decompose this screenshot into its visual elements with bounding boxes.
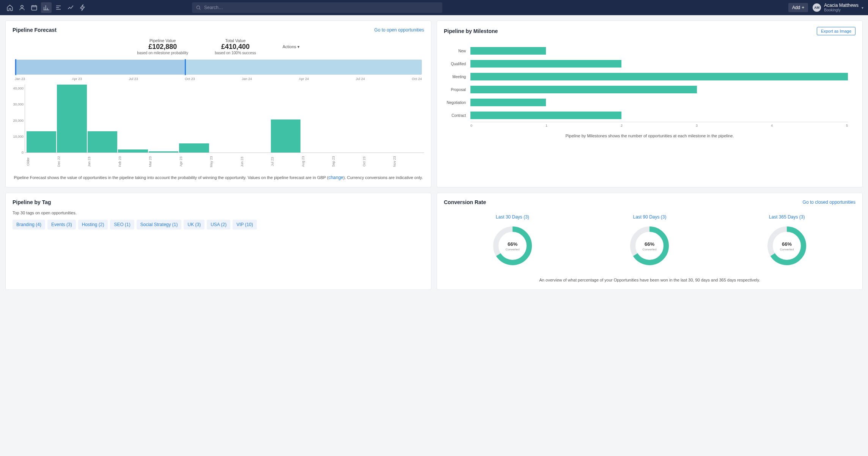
brush-tick: Oct 24: [412, 77, 422, 81]
brush-axis: Jan 23Apr 23Jul 23Oct 23Jan 24Apr 24Jul …: [13, 77, 424, 81]
svg-text:Converted: Converted: [780, 248, 794, 251]
calendar-icon[interactable]: [29, 2, 39, 13]
y-tick: 20,000: [12, 119, 24, 123]
svg-rect-1: [31, 6, 37, 10]
user-name: Acacia Matthews: [824, 3, 859, 8]
total-value: £410,400: [215, 43, 256, 51]
x-tick: Apr 23: [179, 154, 209, 169]
tag-chip[interactable]: UK (3): [184, 220, 204, 230]
actions-dropdown[interactable]: Actions ▾: [283, 44, 300, 49]
x-tick: 5: [846, 124, 848, 127]
milestone-bar[interactable]: [470, 86, 697, 93]
home-icon[interactable]: [5, 2, 15, 13]
conversion-rate-card: Conversion Rate Go to closed opportuniti…: [437, 193, 863, 290]
org-name: Bookingly: [824, 8, 859, 12]
x-tick: Mar 23: [148, 154, 178, 169]
trend-icon[interactable]: [65, 2, 76, 13]
x-tick: 0: [470, 124, 472, 127]
date-range-brush[interactable]: [15, 60, 422, 75]
brush-tick: Apr 24: [299, 77, 309, 81]
tag-chip[interactable]: USA (2): [207, 220, 230, 230]
global-search[interactable]: [192, 2, 442, 13]
milestone-row: Qualified: [470, 57, 848, 70]
tag-chip[interactable]: Events (3): [47, 220, 76, 230]
milestone-row: Proposal: [470, 83, 848, 96]
forecast-bar[interactable]: [27, 131, 56, 153]
add-button-label: Add: [792, 5, 800, 10]
tag-list: Branding (4)Events (3)Hosting (2)SEO (1)…: [13, 220, 424, 230]
bolt-icon[interactable]: [77, 2, 88, 13]
chevron-down-icon: ▾: [297, 44, 300, 49]
pipeline-forecast-card: Pipeline Forecast Go to open opportuniti…: [5, 20, 431, 187]
svg-point-0: [21, 5, 23, 8]
user-menu[interactable]: AM Acacia Matthews Bookingly ▾: [813, 3, 863, 12]
x-tick: Jun 23: [240, 154, 270, 169]
y-tick: 10,000: [12, 135, 24, 138]
conversion-period: Last 365 Days (3) 66% Converted: [766, 214, 808, 268]
milestone-bar[interactable]: [470, 73, 848, 80]
y-tick: 0: [12, 151, 24, 154]
brush-tick: Jan 23: [15, 77, 25, 81]
milestone-description: Pipeline by Milestones shows the number …: [444, 133, 855, 139]
forecast-bar[interactable]: [271, 120, 300, 153]
forecast-bar[interactable]: [88, 131, 117, 153]
x-tick: 1: [546, 124, 547, 127]
tag-chip[interactable]: SEO (1): [110, 220, 134, 230]
chevron-down-icon: ▾: [862, 6, 863, 10]
milestone-bar-chart: NewQualifiedMeetingProposalNegotiationCo…: [444, 41, 855, 122]
forecast-bar[interactable]: [57, 85, 86, 153]
forecast-bar[interactable]: [179, 143, 209, 153]
brush-tick: Oct 23: [185, 77, 195, 81]
change-currency-link[interactable]: change: [329, 175, 343, 180]
donut-chart: 66% Converted: [492, 225, 533, 267]
pipeline-value-sub: based on milestone probability: [137, 51, 188, 55]
forecast-bar[interactable]: [149, 151, 178, 153]
conversion-period-link[interactable]: Last 30 Days (3): [492, 214, 533, 220]
plus-icon: +: [802, 5, 804, 10]
milestone-bar[interactable]: [470, 60, 621, 68]
x-tick: Older: [26, 154, 56, 169]
go-to-closed-opportunities-link[interactable]: Go to closed opportunities: [803, 200, 855, 205]
bar-chart-icon[interactable]: [41, 2, 52, 13]
export-as-image-button[interactable]: Export as Image: [817, 27, 855, 35]
milestone-label: Proposal: [443, 88, 466, 92]
pipeline-value-label: Pipeline Value: [137, 38, 188, 43]
x-tick: 2: [621, 124, 623, 127]
go-to-open-opportunities-link[interactable]: Go to open opportunities: [374, 27, 424, 33]
milestone-label: Qualified: [443, 62, 466, 66]
milestone-row: Meeting: [470, 70, 848, 83]
conversion-description: An overview of what percentage of your O…: [444, 277, 855, 283]
conversion-period: Last 30 Days (3) 66% Converted: [492, 214, 533, 268]
svg-text:66%: 66%: [645, 241, 654, 247]
list-icon[interactable]: [53, 2, 64, 13]
add-button[interactable]: Add+: [788, 3, 808, 12]
milestone-row: New: [470, 44, 848, 57]
card-title: Pipeline by Tag: [13, 199, 51, 205]
tag-chip[interactable]: Hosting (2): [78, 220, 108, 230]
svg-text:66%: 66%: [782, 241, 792, 247]
x-tick: Nov 23: [393, 154, 423, 169]
person-icon[interactable]: [17, 2, 27, 13]
total-value-sub: based on 100% success: [215, 51, 256, 55]
x-tick: Feb 23: [118, 154, 148, 169]
milestone-bar[interactable]: [470, 47, 546, 55]
brush-tick: Jul 24: [356, 77, 365, 81]
conversion-period-link[interactable]: Last 90 Days (3): [629, 214, 670, 220]
tag-chip[interactable]: VIP (10): [233, 220, 257, 230]
x-tick: Jul 23: [270, 154, 300, 169]
tag-chip[interactable]: Branding (4): [13, 220, 45, 230]
milestone-bar[interactable]: [470, 99, 546, 106]
forecast-bar[interactable]: [118, 149, 148, 153]
search-icon: [196, 5, 201, 10]
tag-chip[interactable]: Social Strategy (1): [137, 220, 182, 230]
milestone-bar[interactable]: [470, 112, 621, 119]
milestone-label: Meeting: [443, 75, 466, 79]
milestone-label: Contract: [443, 113, 466, 118]
total-value-label: Total Value: [215, 38, 256, 43]
x-tick: 4: [771, 124, 773, 127]
pipeline-by-milestone-card: Pipeline by Milestone Export as Image Ne…: [437, 20, 863, 187]
x-tick: Sep 23: [332, 154, 362, 169]
search-input[interactable]: [204, 5, 439, 10]
conversion-period-link[interactable]: Last 365 Days (3): [766, 214, 808, 220]
brush-tick: Jul 23: [129, 77, 138, 81]
